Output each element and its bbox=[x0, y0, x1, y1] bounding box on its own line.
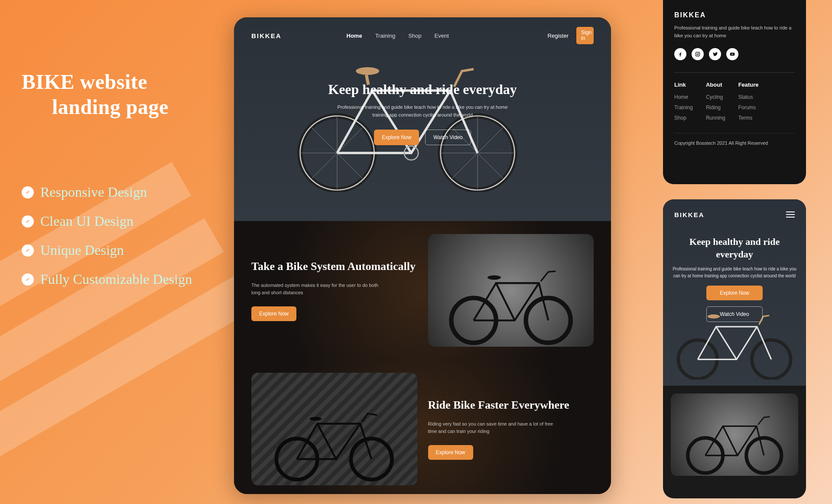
section2-title: Ride Bike Faster Everywhere bbox=[428, 398, 594, 413]
mobile-nav: BIKKEA bbox=[663, 199, 806, 230]
nav-right: Register Sign in bbox=[548, 27, 594, 44]
hero-title: Keep healthy and ride everyday bbox=[234, 81, 611, 98]
footer-brand: BIKKEA bbox=[674, 11, 795, 19]
mobile-brand[interactable]: BIKKEA bbox=[674, 211, 705, 218]
promo-title: BIKE website landing page bbox=[22, 69, 238, 119]
mobile-watch-button[interactable]: Watch Video bbox=[706, 306, 763, 322]
mobile-preview: BIKKEA Keep healthy and ride everyday Pr… bbox=[663, 199, 806, 498]
nav-shop[interactable]: Shop bbox=[408, 33, 421, 39]
section-faster: Ride Bike Faster Everywhere Riding very … bbox=[234, 360, 611, 494]
nav-event[interactable]: Event bbox=[435, 33, 449, 39]
navbar: BIKKEA Home Training Shop Event Register… bbox=[234, 17, 611, 54]
footer-link[interactable]: Home bbox=[674, 94, 693, 100]
footer-desc: Professional training and guide bike tea… bbox=[674, 24, 795, 39]
check-icon bbox=[22, 273, 34, 286]
footer-link[interactable]: Status bbox=[738, 94, 759, 100]
section1-explore-button[interactable]: Explore Now bbox=[251, 306, 296, 321]
section-auto: Take a Bike System Automatically The aut… bbox=[234, 221, 611, 360]
section1-title: Take a Bike System Automatically bbox=[251, 260, 417, 274]
social-icons bbox=[674, 48, 795, 60]
hero-sub: Professional training and guide bike tea… bbox=[234, 104, 611, 119]
nav-links: Home Training Shop Event bbox=[347, 33, 449, 39]
feature-item: Responsive Design bbox=[22, 184, 238, 200]
signin-button[interactable]: Sign in bbox=[576, 27, 594, 44]
section1-image bbox=[428, 234, 594, 347]
feature-item: Clean UI Design bbox=[22, 213, 238, 229]
mobile-hero: BIKKEA Keep healthy and ride everyday Pr… bbox=[663, 199, 806, 386]
section2-explore-button[interactable]: Explore Now bbox=[428, 445, 473, 460]
mobile-section-image bbox=[671, 393, 798, 476]
explore-button[interactable]: Explore Now bbox=[374, 130, 419, 145]
footer-link[interactable]: Training bbox=[674, 104, 693, 111]
hero-buttons: Explore Now Watch Video bbox=[234, 130, 611, 145]
nav-training[interactable]: Training bbox=[375, 33, 395, 39]
mobile-hero-content: Keep healthy and ride everyday Professio… bbox=[663, 230, 806, 322]
svg-point-21 bbox=[697, 53, 699, 55]
hero: BIKKEA Home Training Shop Event Register… bbox=[234, 17, 611, 221]
svg-point-19 bbox=[309, 417, 322, 421]
register-link[interactable]: Register bbox=[548, 33, 569, 39]
promo-panel: BIKE website landing page Responsive Des… bbox=[22, 69, 238, 300]
watch-video-button[interactable]: Watch Video bbox=[425, 130, 471, 145]
footer-link[interactable]: Running bbox=[706, 115, 725, 121]
section1-desc: The automated system makes it easy for t… bbox=[251, 282, 386, 297]
hamburger-icon[interactable] bbox=[786, 210, 795, 219]
footer-link[interactable]: Riding bbox=[706, 104, 725, 111]
youtube-icon[interactable] bbox=[726, 48, 738, 60]
promo-title-line1: BIKE website bbox=[22, 70, 147, 93]
footer-link[interactable]: Terms bbox=[738, 115, 759, 121]
section2-desc: Riding very fast so you can save time an… bbox=[428, 420, 562, 436]
footer-link[interactable]: Shop bbox=[674, 115, 693, 121]
footer-copyright: Copyright Bosstech 2021 All Right Reserv… bbox=[674, 133, 795, 147]
promo-features: Responsive Design Clean UI Design Unique… bbox=[22, 184, 238, 287]
section2-image bbox=[251, 373, 417, 485]
desktop-preview: BIKKEA Home Training Shop Event Register… bbox=[234, 17, 611, 494]
footer-col-feature: Feature Status Forums Terms bbox=[738, 81, 759, 125]
nav-home[interactable]: Home bbox=[347, 33, 362, 39]
footer-preview: BIKKEA Professional training and guide b… bbox=[663, 0, 806, 184]
brand-logo[interactable]: BIKKEA bbox=[251, 32, 282, 39]
check-icon bbox=[22, 244, 34, 257]
mobile-hero-sub: Professional training and guide bike tea… bbox=[672, 266, 797, 280]
footer-link[interactable]: Cycling bbox=[706, 94, 725, 100]
hero-content: Keep healthy and ride everyday Professio… bbox=[234, 54, 611, 145]
mobile-hero-title: Keep healthy and ride everyday bbox=[672, 236, 797, 260]
mobile-section bbox=[663, 386, 806, 484]
facebook-icon[interactable] bbox=[674, 48, 686, 60]
footer-col-link: Link Home Training Shop bbox=[674, 81, 693, 125]
svg-point-18 bbox=[351, 439, 392, 480]
check-icon bbox=[22, 215, 34, 228]
feature-item: Unique Design bbox=[22, 242, 238, 258]
svg-point-22 bbox=[699, 53, 699, 53]
svg-point-16 bbox=[488, 276, 501, 280]
promo-title-line2: landing page bbox=[52, 94, 238, 120]
footer-link[interactable]: Forums bbox=[738, 104, 759, 111]
check-icon bbox=[22, 186, 34, 198]
instagram-icon[interactable] bbox=[692, 48, 704, 60]
footer-columns: Link Home Training Shop About Cycling Ri… bbox=[674, 72, 795, 125]
feature-item: Fully Customizable Design bbox=[22, 271, 238, 287]
mobile-explore-button[interactable]: Explore Now bbox=[706, 286, 763, 300]
footer-col-about: About Cycling Riding Running bbox=[706, 81, 725, 125]
twitter-icon[interactable] bbox=[709, 48, 721, 60]
